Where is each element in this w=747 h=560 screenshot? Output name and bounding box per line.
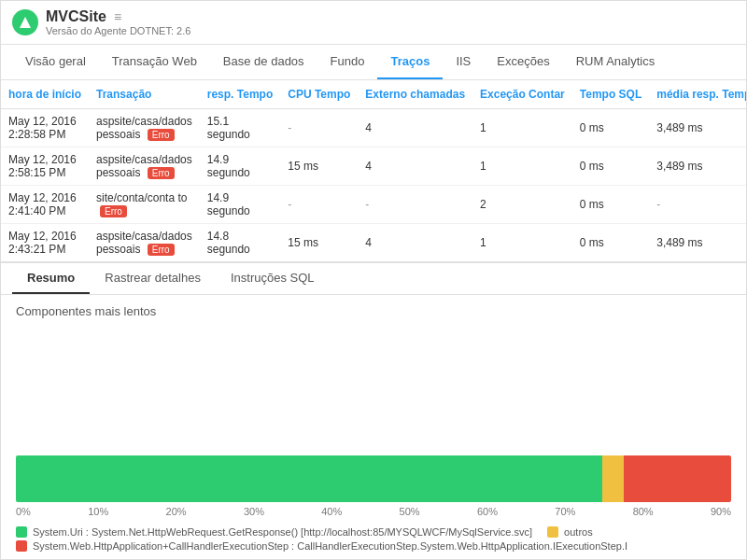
x-axis: 0%10%20%30%40%50%60%70%80%90% bbox=[16, 506, 731, 517]
table-row: May 12, 20162:43:21 PM aspsite/casa/dado… bbox=[1, 224, 746, 262]
cell-transaction: aspsite/casa/dados pessoais Erro bbox=[89, 147, 200, 186]
chart-area: Componentes mais lentos 0%10%20%30%40%50… bbox=[1, 295, 746, 559]
cell-resp: 14.9 segundo bbox=[200, 147, 280, 186]
col-sql[interactable]: Tempo SQL bbox=[572, 80, 649, 109]
nav-base-dados[interactable]: Base de dados bbox=[210, 45, 317, 79]
col-hora[interactable]: hora de início bbox=[1, 80, 89, 109]
x-axis-label: 80% bbox=[633, 506, 654, 517]
x-axis-label: 70% bbox=[555, 506, 575, 517]
bottom-tabs: Resumo Rastrear detalhes Instruções SQL bbox=[1, 263, 746, 295]
chart-legend: System.Uri : System.Net.HttpWebRequest.G… bbox=[16, 526, 731, 552]
nav-visao-geral[interactable]: Visão geral bbox=[12, 45, 99, 79]
col-externo[interactable]: Externo chamadas bbox=[358, 80, 472, 109]
cell-cpu: - bbox=[280, 186, 358, 224]
cell-date: May 12, 20162:43:21 PM bbox=[1, 224, 89, 262]
cell-sql: 0 ms bbox=[572, 186, 649, 224]
cell-excecao[interactable]: 1 bbox=[472, 147, 572, 186]
table-row: May 12, 20162:41:40 PM site/conta/conta … bbox=[1, 186, 746, 224]
cell-excecao[interactable]: 1 bbox=[472, 109, 572, 147]
bar-chart bbox=[16, 455, 731, 502]
x-axis-label: 30% bbox=[244, 506, 264, 517]
cell-excecao[interactable]: 2 bbox=[472, 186, 572, 224]
chart-container: 0%10%20%30%40%50%60%70%80%90% System.Uri… bbox=[16, 329, 731, 552]
table-row: May 12, 20162:28:58 PM aspsite/casa/dado… bbox=[1, 109, 746, 147]
bar-segment-green bbox=[16, 455, 602, 502]
legend-color bbox=[16, 526, 27, 538]
nav-iis[interactable]: IIS bbox=[443, 45, 484, 79]
x-axis-label: 0% bbox=[16, 506, 31, 517]
app-container: MVCSite ≡ Versão do Agente DOTNET: 2.6 V… bbox=[0, 0, 747, 560]
cell-transaction: site/conta/conta to Erro bbox=[89, 186, 200, 224]
legend-item: System.Uri : System.Net.HttpWebRequest.G… bbox=[16, 526, 532, 538]
cell-externo: - bbox=[358, 186, 472, 224]
main-nav: Visão geral Transação Web Base de dados … bbox=[1, 45, 746, 80]
cell-transaction: aspsite/casa/dados pessoais Erro bbox=[89, 109, 200, 147]
cell-sql: 0 ms bbox=[572, 224, 649, 262]
cell-date: May 12, 20162:28:58 PM bbox=[1, 109, 89, 147]
nav-transacao-web[interactable]: Transação Web bbox=[99, 45, 210, 79]
nav-tracos[interactable]: Traços bbox=[377, 45, 443, 79]
legend-text: System.Web.HttpApplication+CallHandlerEx… bbox=[33, 540, 627, 552]
cell-media: 3,489 ms bbox=[649, 224, 746, 262]
nav-rum[interactable]: RUM Analytics bbox=[563, 45, 669, 79]
error-badge: Erro bbox=[148, 167, 175, 179]
nav-excecoes[interactable]: Exceções bbox=[484, 45, 562, 79]
cell-transaction: aspsite/casa/dados pessoais Erro bbox=[89, 224, 200, 262]
legend-item: System.Web.HttpApplication+CallHandlerEx… bbox=[16, 540, 731, 552]
legend-text: outros bbox=[564, 526, 593, 538]
x-axis-label: 20% bbox=[166, 506, 187, 517]
cell-resp: 15.1 segundo bbox=[200, 109, 280, 147]
header-title-group: MVCSite ≡ Versão do Agente DOTNET: 2.6 bbox=[46, 8, 190, 36]
cell-resp: 14.8 segundo bbox=[200, 224, 280, 262]
chart-title: Componentes mais lentos bbox=[16, 304, 731, 318]
bottom-section: Resumo Rastrear detalhes Instruções SQL … bbox=[1, 261, 746, 559]
cell-media: 3,489 ms bbox=[649, 147, 746, 186]
x-axis-label: 10% bbox=[88, 506, 108, 517]
col-transacao[interactable]: Transação bbox=[89, 80, 200, 109]
cell-resp: 14.9 segundo bbox=[200, 186, 280, 224]
traces-table-area: hora de início Transação resp. Tempo CPU… bbox=[1, 80, 746, 261]
cell-cpu: 15 ms bbox=[280, 147, 358, 186]
bar-segment-red bbox=[624, 455, 731, 502]
error-badge: Erro bbox=[148, 129, 175, 141]
table-row: May 12, 20162:58:15 PM aspsite/casa/dado… bbox=[1, 147, 746, 186]
tab-instrucoes[interactable]: Instruções SQL bbox=[216, 263, 330, 294]
menu-icon[interactable]: ≡ bbox=[114, 9, 121, 24]
header: MVCSite ≡ Versão do Agente DOTNET: 2.6 bbox=[1, 1, 746, 45]
x-axis-label: 40% bbox=[321, 506, 342, 517]
x-axis-label: 50% bbox=[400, 506, 420, 517]
col-resp[interactable]: resp. Tempo bbox=[200, 80, 280, 109]
cell-sql: 0 ms bbox=[572, 109, 649, 147]
col-excecao[interactable]: Exceção Contar bbox=[472, 80, 572, 109]
legend-text: System.Uri : System.Net.HttpWebRequest.G… bbox=[33, 526, 532, 538]
col-media[interactable]: média resp. Tempo bbox=[649, 80, 746, 109]
app-icon bbox=[12, 9, 38, 35]
cell-date: May 12, 20162:41:40 PM bbox=[1, 186, 89, 224]
cell-externo: 4 bbox=[358, 147, 472, 186]
tab-resumo[interactable]: Resumo bbox=[12, 263, 90, 294]
app-title-text: MVCSite bbox=[46, 8, 106, 25]
legend-color bbox=[16, 540, 27, 552]
cell-excecao[interactable]: 1 bbox=[472, 224, 572, 262]
cell-media: 3,489 ms bbox=[649, 109, 746, 147]
cell-externo: 4 bbox=[358, 109, 472, 147]
cell-cpu: 15 ms bbox=[280, 224, 358, 262]
col-cpu[interactable]: CPU Tempo bbox=[280, 80, 358, 109]
x-axis-label: 60% bbox=[477, 506, 498, 517]
app-title: MVCSite ≡ bbox=[46, 8, 190, 25]
error-badge: Erro bbox=[148, 244, 175, 256]
cell-externo: 4 bbox=[358, 224, 472, 262]
cell-date: May 12, 20162:58:15 PM bbox=[1, 147, 89, 186]
error-badge: Erro bbox=[100, 205, 127, 217]
cell-cpu: - bbox=[280, 109, 358, 147]
svg-marker-0 bbox=[20, 17, 31, 28]
x-axis-label: 90% bbox=[711, 506, 731, 517]
cell-media: - bbox=[649, 186, 746, 224]
traces-table: hora de início Transação resp. Tempo CPU… bbox=[1, 80, 746, 261]
nav-fundo[interactable]: Fundo bbox=[317, 45, 378, 79]
app-subtitle: Versão do Agente DOTNET: 2.6 bbox=[46, 25, 190, 36]
cell-sql: 0 ms bbox=[572, 147, 649, 186]
legend-item: outros bbox=[547, 526, 593, 538]
tab-rastrear[interactable]: Rastrear detalhes bbox=[90, 263, 216, 294]
bar-segment-yellow bbox=[602, 455, 624, 502]
